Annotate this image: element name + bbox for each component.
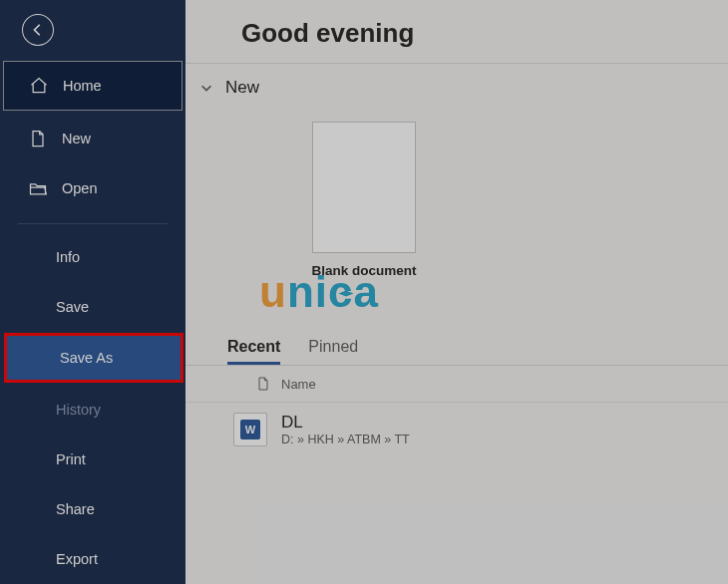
nav-history-label: History [56, 402, 101, 418]
backstage-sidebar: Home New Open Info Save Save As History … [0, 0, 185, 584]
file-row[interactable]: W DL D: » HKH » ATBM » TT [185, 403, 728, 456]
word-document-icon: W [233, 413, 267, 446]
nav-home[interactable]: Home [3, 61, 182, 111]
file-list-header-icon-col [245, 374, 281, 394]
nav-save[interactable]: Save [0, 282, 185, 332]
nav-open-label: Open [62, 180, 97, 196]
nav-save-as-label: Save As [60, 350, 113, 366]
nav-info[interactable]: Info [0, 232, 185, 282]
home-icon [29, 76, 49, 96]
nav-open[interactable]: Open [0, 163, 185, 213]
page-icon [255, 374, 271, 394]
page-icon [28, 129, 48, 148]
template-blank-document[interactable]: Blank document [297, 122, 431, 278]
back-button[interactable] [22, 14, 54, 46]
template-thumb [312, 122, 416, 253]
nav-export[interactable]: Export [0, 534, 185, 584]
file-list-header-name: Name [281, 377, 316, 392]
nav-history[interactable]: History [0, 385, 185, 435]
recent-tabs: Recent Pinned [185, 338, 728, 366]
tab-recent[interactable]: Recent [227, 338, 280, 365]
chevron-down-icon [199, 81, 213, 95]
file-path: D: » HKH » ATBM » TT [281, 433, 410, 446]
nav-info-label: Info [56, 249, 80, 265]
sidebar-divider [18, 223, 168, 224]
title-divider [185, 63, 728, 64]
nav-export-label: Export [56, 551, 98, 567]
file-name: DL [281, 413, 410, 433]
arrow-left-icon [31, 23, 45, 37]
tab-pinned[interactable]: Pinned [308, 338, 358, 365]
nav-save-as[interactable]: Save As [4, 333, 183, 383]
tab-pinned-label: Pinned [308, 338, 358, 355]
nav-share-label: Share [56, 501, 95, 517]
nav-new-label: New [62, 131, 91, 146]
nav-print-label: Print [56, 451, 86, 467]
app-shell: Home New Open Info Save Save As History … [0, 0, 728, 584]
tab-recent-label: Recent [227, 338, 280, 355]
section-new-label: New [225, 78, 259, 98]
page-title: Good evening [185, 18, 728, 49]
nav-share[interactable]: Share [0, 484, 185, 534]
nav-print[interactable]: Print [0, 435, 185, 484]
main-panel: Good evening New Blank document Recent P… [185, 0, 728, 584]
templates-row: Blank document [185, 104, 728, 278]
file-meta: DL D: » HKH » ATBM » TT [281, 413, 410, 446]
folder-open-icon [28, 178, 48, 198]
nav-new[interactable]: New [0, 114, 185, 163]
template-label: Blank document [297, 263, 431, 278]
nav-home-label: Home [63, 78, 102, 94]
nav-save-label: Save [56, 299, 89, 315]
file-list-header: Name [185, 366, 728, 403]
section-new-header[interactable]: New [185, 72, 728, 104]
